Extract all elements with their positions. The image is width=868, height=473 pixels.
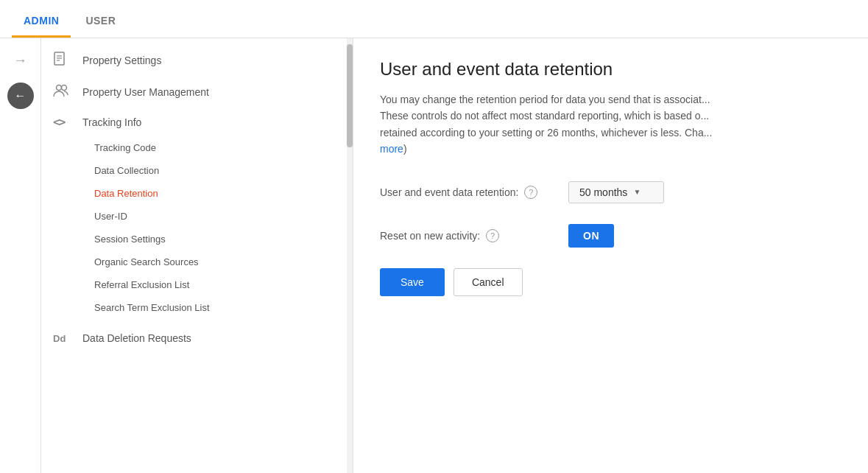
sidebar-sub-item-data-collection[interactable]: Data Collection [82, 159, 347, 182]
retention-dropdown-value: 50 months [579, 186, 627, 198]
reset-label: Reset on new activity: ? [380, 229, 557, 242]
svg-point-5 [62, 85, 67, 91]
reset-toggle-button[interactable]: ON [568, 224, 614, 248]
content-description: You may change the retention period for … [380, 91, 841, 158]
sidebar-sub-item-search-term-exclusion-list[interactable]: Search Term Exclusion List [82, 296, 347, 319]
more-link[interactable]: more [380, 143, 403, 155]
sidebar-item-property-settings[interactable]: Property Settings [41, 44, 347, 77]
cancel-button[interactable]: Cancel [454, 268, 523, 296]
dropdown-chevron-icon: ▼ [633, 188, 641, 196]
property-user-management-label: Property User Management [82, 86, 209, 98]
dd-icon: Dd [53, 333, 74, 344]
svg-point-4 [57, 85, 62, 91]
sidebar-sub-item-referral-exclusion-list[interactable]: Referral Exclusion List [82, 273, 347, 296]
tab-user[interactable]: USER [74, 6, 127, 38]
property-settings-label: Property Settings [82, 55, 161, 66]
reset-help-icon[interactable]: ? [486, 229, 499, 242]
content-area: User and event data retention You may ch… [353, 38, 868, 473]
reset-row: Reset on new activity: ? ON [380, 224, 841, 248]
sidebar-item-data-deletion-requests[interactable]: Dd Data Deletion Requests [41, 325, 347, 351]
main-layout: → ← Property Sett [0, 38, 868, 473]
retention-help-icon[interactable]: ? [524, 186, 537, 199]
sidebar-sub-item-organic-search-sources[interactable]: Organic Search Sources [82, 250, 347, 273]
sidebar-scrollbar-thumb[interactable] [347, 44, 353, 147]
users-icon [53, 84, 74, 100]
sidebar-scrollbar[interactable] [347, 38, 353, 473]
sidebar-sub-item-data-retention[interactable]: Data Retention [82, 182, 347, 205]
sidebar-sub-item-tracking-code[interactable]: Tracking Code [82, 136, 347, 159]
data-deletion-requests-label: Data Deletion Requests [82, 332, 191, 344]
page-title: User and event data retention [380, 59, 841, 80]
retention-dropdown-button[interactable]: 50 months ▼ [568, 181, 664, 203]
sidebar-item-property-user-management[interactable]: Property User Management [41, 77, 347, 108]
action-buttons: Save Cancel [380, 268, 841, 296]
sidebar-forward-icon[interactable]: → [7, 47, 34, 74]
sidebar-icons: → ← [0, 38, 41, 473]
sidebar-item-tracking-info[interactable]: <> Tracking Info [41, 108, 347, 136]
save-button[interactable]: Save [380, 268, 445, 296]
sidebar: → ← Property Sett [0, 38, 353, 473]
code-icon: <> [53, 115, 74, 129]
sidebar-sub-item-user-id[interactable]: User-ID [82, 205, 347, 228]
sidebar-back-icon[interactable]: ← [7, 83, 34, 109]
sidebar-nav: Property Settings Property User Manageme… [41, 38, 353, 473]
retention-label: User and event data retention: ? [380, 186, 557, 199]
sidebar-sub-items: Tracking Code Data Collection Data Reten… [41, 136, 347, 319]
tab-admin[interactable]: ADMIN [12, 6, 71, 38]
page-icon [53, 52, 74, 69]
tracking-info-label: Tracking Info [82, 116, 141, 128]
retention-row: User and event data retention: ? 50 mont… [380, 181, 841, 203]
top-nav: ADMIN USER [0, 0, 868, 38]
sidebar-sub-item-session-settings[interactable]: Session Settings [82, 228, 347, 250]
